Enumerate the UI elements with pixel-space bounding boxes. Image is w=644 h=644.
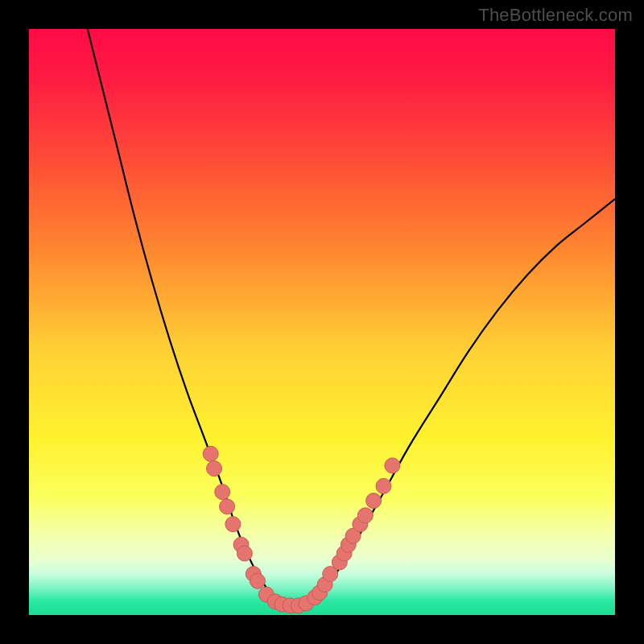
data-dot — [385, 458, 400, 473]
data-dot — [215, 485, 230, 500]
data-dot — [225, 517, 241, 532]
gradient-background — [29, 29, 615, 615]
chart-svg — [29, 29, 615, 615]
chart-frame: TheBottleneck.com — [0, 0, 644, 644]
data-dot — [357, 508, 373, 523]
data-dot — [203, 446, 218, 461]
plot-area — [29, 29, 615, 615]
watermark-text: TheBottleneck.com — [478, 5, 633, 26]
data-dot — [207, 461, 222, 477]
data-dot — [366, 493, 382, 509]
data-dot — [220, 499, 235, 514]
data-dot — [237, 546, 252, 561]
data-dot — [250, 573, 265, 588]
data-dot — [376, 478, 391, 493]
